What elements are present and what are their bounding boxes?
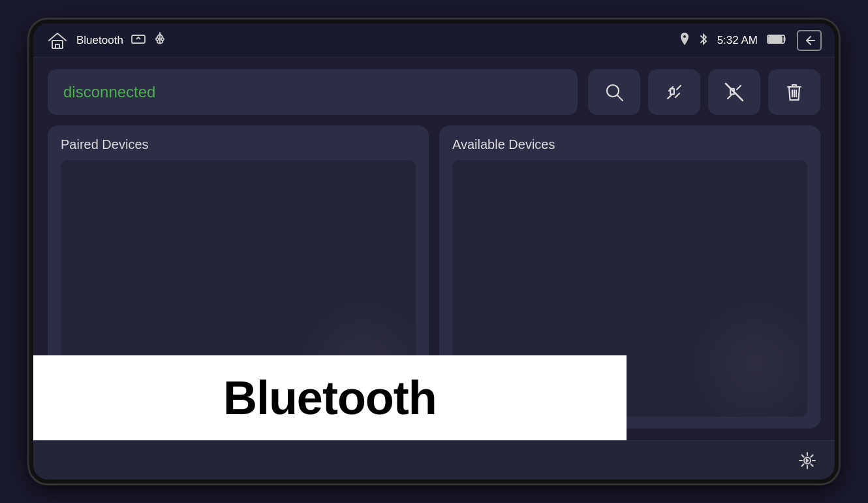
svg-line-15 (677, 86, 681, 89)
delete-button[interactable] (768, 69, 820, 115)
svg-line-13 (617, 95, 623, 101)
status-left: Bluetooth (46, 29, 679, 52)
time-display: 5:32 AM (717, 34, 758, 47)
svg-rect-10 (769, 37, 782, 42)
svg-point-8 (683, 35, 686, 38)
android-auto-icon (131, 33, 146, 48)
bottom-bar (33, 440, 835, 479)
svg-line-14 (668, 95, 672, 99)
usb-icon (153, 31, 166, 49)
svg-line-20 (737, 86, 741, 89)
device-frame: MIC RST Bluetooth (29, 20, 839, 483)
connection-status-text: disconnected (63, 83, 155, 101)
mic-button[interactable]: MIC (29, 76, 31, 95)
back-button[interactable] (797, 30, 822, 51)
top-row: disconnected (48, 69, 820, 115)
svg-line-19 (728, 95, 732, 99)
side-buttons: MIC RST (29, 76, 31, 120)
action-buttons (588, 69, 820, 115)
status-bar: Bluetooth (33, 24, 835, 57)
status-right: 5:32 AM (679, 30, 822, 51)
home-icon[interactable] (46, 29, 69, 52)
app-overlay-label: Bluetooth (33, 355, 627, 440)
app-title: Bluetooth (76, 34, 123, 47)
disconnect-button[interactable] (708, 69, 760, 115)
main-content: disconnected (33, 57, 835, 440)
bluetooth-status-icon (699, 32, 708, 49)
overlay-title-text: Bluetooth (223, 371, 437, 425)
svg-line-16 (675, 93, 679, 97)
connection-status-box: disconnected (48, 69, 578, 115)
available-devices-title: Available Devices (452, 137, 807, 152)
bluetooth-settings-button[interactable] (793, 446, 822, 475)
battery-icon (767, 33, 788, 48)
search-button[interactable] (588, 69, 640, 115)
paired-devices-title: Paired Devices (61, 137, 416, 152)
rst-button[interactable]: RST (29, 101, 31, 120)
location-icon (679, 32, 690, 49)
svg-rect-1 (55, 44, 59, 48)
connect-button[interactable] (648, 69, 700, 115)
